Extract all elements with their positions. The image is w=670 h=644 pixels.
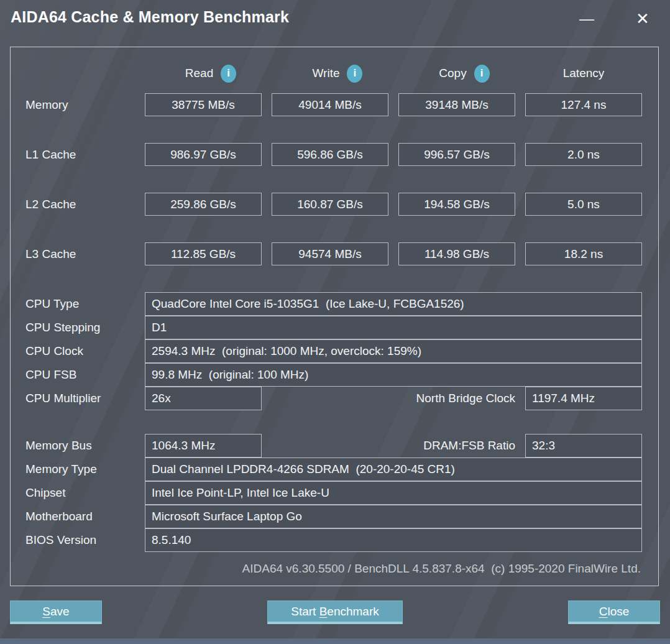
motherboard-value: Microsoft Surface Laptop Go <box>145 505 642 528</box>
cpu-type-value: QuadCore Intel Core i5-1035G1 (Ice Lake-… <box>145 292 642 316</box>
close-label-post: lose <box>607 605 629 619</box>
l3-read-value: 112.85 GB/s <box>145 242 262 265</box>
label-cpu-fsb: CPU FSB <box>25 363 76 387</box>
save-label-accel: S <box>42 605 50 619</box>
row-label-l2-cache: L2 Cache <box>25 193 76 216</box>
l1-read-value: 986.97 GB/s <box>145 143 262 166</box>
l1-copy-value: 996.57 GB/s <box>398 143 515 166</box>
dram-fsb-ratio-value: 32:3 <box>525 434 642 458</box>
copy-column-label: Copy <box>439 67 466 80</box>
memory-latency-value: 127.4 ns <box>525 93 642 116</box>
l2-copy-value: 194.58 GB/s <box>398 193 515 216</box>
save-button[interactable]: Save <box>10 600 102 624</box>
column-header-write: Write i <box>279 62 396 85</box>
benchmark-panel: Read i Write i Copy i Latency Memory 387… <box>10 47 659 586</box>
label-dram-fsb-ratio: DRAM:FSB Ratio <box>272 434 515 458</box>
write-info-icon[interactable]: i <box>347 65 362 83</box>
l3-latency-value: 18.2 ns <box>525 242 642 265</box>
row-label-memory: Memory <box>25 93 68 116</box>
l2-latency-value: 5.0 ns <box>525 193 642 216</box>
window-title: AIDA64 Cache & Memory Benchmark <box>11 8 289 26</box>
start-label-pre: Start <box>291 605 319 619</box>
cpu-stepping-value: D1 <box>145 316 642 339</box>
start-benchmark-button[interactable]: Start Benchmark <box>267 600 403 624</box>
save-label-post: ave <box>50 605 70 619</box>
minimize-button[interactable]: — <box>573 6 600 31</box>
read-info-icon[interactable]: i <box>221 65 236 83</box>
north-bridge-clock-value: 1197.4 MHz <box>525 387 642 410</box>
memory-write-value: 49014 MB/s <box>272 93 388 116</box>
cpu-fsb-value: 99.8 MHz (original: 100 MHz) <box>145 363 642 387</box>
l1-latency-value: 2.0 ns <box>525 143 642 166</box>
start-label-accel: B <box>319 605 328 619</box>
bios-version-value: 8.5.140 <box>145 528 642 552</box>
row-label-l1-cache: L1 Cache <box>25 143 76 166</box>
read-column-label: Read <box>185 67 213 80</box>
label-cpu-multiplier: CPU Multiplier <box>25 387 101 410</box>
label-cpu-type: CPU Type <box>25 292 79 316</box>
label-memory-bus: Memory Bus <box>25 434 92 458</box>
cpu-multiplier-value: 26x <box>145 387 262 410</box>
chipset-value: Intel Ice Point-LP, Intel Ice Lake-U <box>145 481 642 505</box>
label-memory-type: Memory Type <box>25 458 97 481</box>
label-motherboard: Motherboard <box>25 505 93 528</box>
label-chipset: Chipset <box>25 481 65 505</box>
version-credit-text: AIDA64 v6.30.5500 / BenchDLL 4.5.837.8-x… <box>242 562 641 576</box>
l3-copy-value: 114.98 GB/s <box>398 242 515 265</box>
start-label-post: enchmark <box>327 605 379 619</box>
close-button[interactable]: Close <box>568 600 660 624</box>
latency-column-label: Latency <box>563 67 605 80</box>
copy-info-icon[interactable]: i <box>474 65 490 83</box>
window-bottom-strip <box>0 638 670 644</box>
aida64-benchmark-window: AIDA64 Cache & Memory Benchmark — ✕ Read… <box>0 0 670 644</box>
label-bios-version: BIOS Version <box>25 528 96 552</box>
l2-write-value: 160.87 GB/s <box>272 193 388 216</box>
l1-write-value: 596.86 GB/s <box>272 143 388 166</box>
close-label-accel: C <box>599 605 608 619</box>
column-header-latency: Latency <box>525 62 642 85</box>
memory-bus-value: 1064.3 MHz <box>145 434 262 458</box>
column-header-copy: Copy i <box>406 62 523 85</box>
column-header-read: Read i <box>152 62 269 85</box>
memory-read-value: 38775 MB/s <box>145 93 262 116</box>
label-cpu-clock: CPU Clock <box>25 339 83 363</box>
minimize-icon: — <box>579 10 594 27</box>
memory-type-value: Dual Channel LPDDR4-4266 SDRAM (20-20-20… <box>145 458 642 481</box>
close-icon: ✕ <box>636 9 649 29</box>
row-label-l3-cache: L3 Cache <box>25 242 76 265</box>
label-cpu-stepping: CPU Stepping <box>25 316 100 339</box>
write-column-label: Write <box>313 67 340 80</box>
cpu-clock-value: 2594.3 MHz (original: 1000 MHz, overcloc… <box>145 339 642 363</box>
label-north-bridge-clock: North Bridge Clock <box>272 387 515 410</box>
l3-write-value: 94574 MB/s <box>272 242 388 265</box>
memory-copy-value: 39148 MB/s <box>398 93 515 116</box>
l2-read-value: 259.86 GB/s <box>145 193 262 216</box>
close-window-button[interactable]: ✕ <box>629 6 656 31</box>
